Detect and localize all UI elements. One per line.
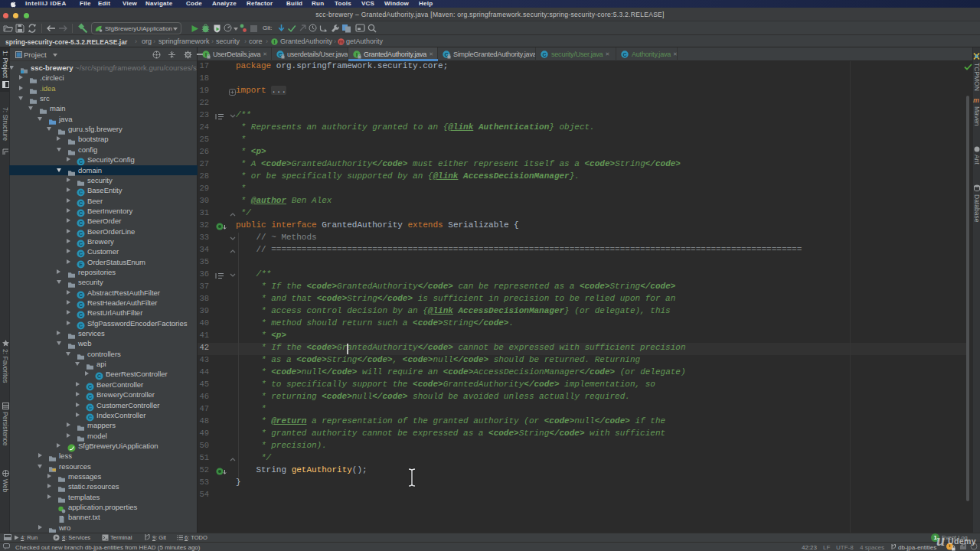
svg-text:C: C (88, 384, 92, 390)
svg-text:C: C (79, 292, 83, 298)
svg-text:I: I (356, 51, 358, 57)
svg-text:Udemy: Udemy (948, 536, 976, 546)
svg-text:C: C (79, 159, 83, 165)
svg-text:m: m (339, 39, 344, 44)
svg-text:C: C (79, 231, 83, 236)
svg-text:u: u (936, 532, 945, 549)
svg-text:C: C (542, 51, 546, 57)
svg-text:C: C (79, 312, 83, 318)
svg-text:C: C (79, 210, 83, 216)
svg-text:C: C (97, 373, 101, 379)
svg-text:C: C (79, 302, 83, 308)
svg-text:C: C (88, 394, 92, 399)
svg-text:C: C (79, 241, 83, 246)
svg-text:I: I (274, 39, 276, 44)
svg-text:C: C (79, 201, 83, 206)
svg-text:C: C (79, 220, 83, 226)
svg-text:C: C (622, 51, 626, 57)
svg-text:C: C (88, 405, 92, 410)
svg-text:C: C (79, 251, 83, 256)
svg-text:C: C (79, 190, 83, 195)
svg-text:I: I (205, 51, 207, 57)
